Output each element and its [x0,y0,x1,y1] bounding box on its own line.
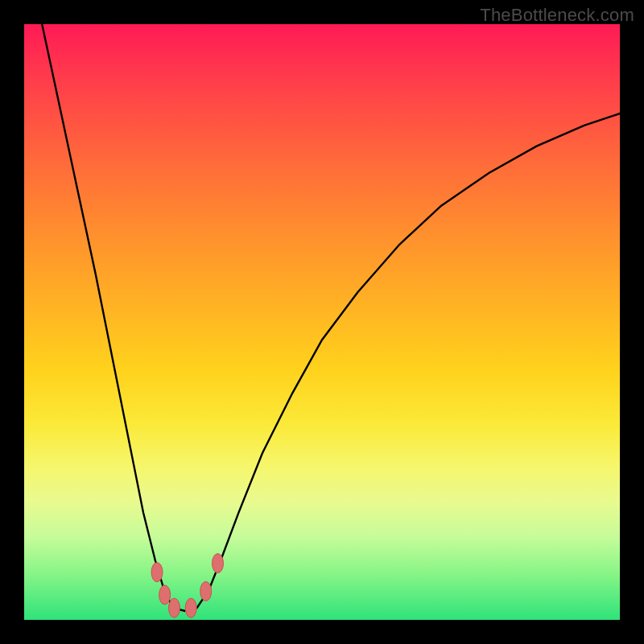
plot-area [24,24,620,620]
right-marker-2 [213,554,224,573]
watermark-text: TheBottleneck.com [480,5,634,26]
trough-marker-1 [168,598,180,617]
trough-marker-2 [185,598,196,617]
curve-svg [24,24,620,620]
bottleneck-curve [42,24,620,611]
left-marker-1 [151,563,163,582]
left-marker-2 [159,585,171,605]
right-marker-1 [200,581,212,601]
chart-stage: TheBottleneck.com [0,0,644,644]
